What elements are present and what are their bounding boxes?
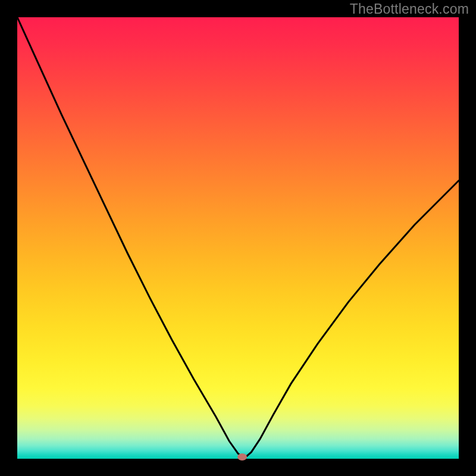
curve-path [17,17,459,457]
watermark-text: TheBottleneck.com [350,1,469,17]
chart-container: TheBottleneck.com [0,0,476,476]
plot-area [17,17,459,459]
bottleneck-curve [17,17,459,459]
optimal-point-marker [237,453,247,461]
